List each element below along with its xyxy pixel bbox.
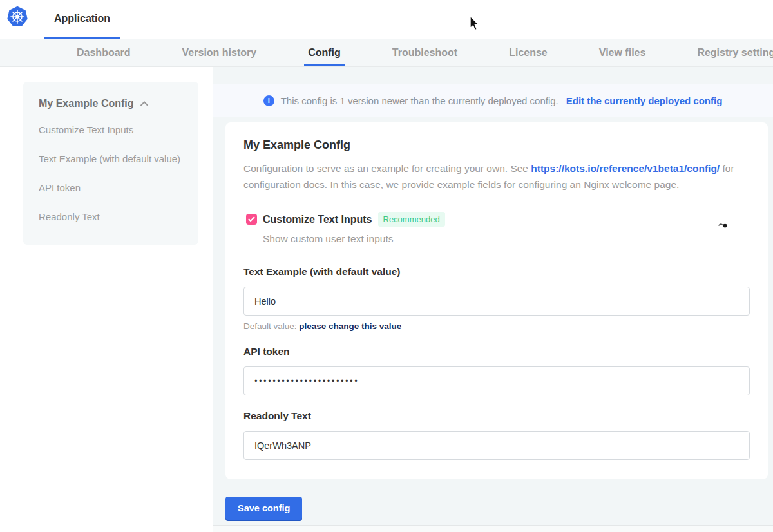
config-group-toggle[interactable]: My Example Config xyxy=(39,98,186,109)
text-example-label: Text Example (with default value) xyxy=(243,266,750,278)
config-nav-panel: My Example Config Customize Text Inputs … xyxy=(23,82,198,245)
readonly-text-label: Readonly Text xyxy=(243,410,750,422)
save-config-button[interactable]: Save config xyxy=(225,497,302,520)
api-token-input[interactable] xyxy=(243,366,750,395)
sidebar-item-readonly-text[interactable]: Readonly Text xyxy=(39,208,186,225)
tab-license[interactable]: License xyxy=(505,39,551,66)
tab-version-history[interactable]: Version history xyxy=(178,39,261,66)
info-icon: i xyxy=(263,95,274,106)
customize-text-inputs-row: Customize Text Inputs Recommended xyxy=(246,212,750,227)
content-bottom-strip xyxy=(213,525,773,532)
content-column: i This config is 1 version newer than th… xyxy=(213,67,773,532)
customize-text-inputs-label[interactable]: Customize Text Inputs xyxy=(263,214,372,225)
tab-config[interactable]: Config xyxy=(304,39,345,66)
customize-text-inputs-help: Show custom user text inputs xyxy=(263,233,750,245)
default-value-prefix: Default value: xyxy=(243,321,299,331)
config-title: My Example Config xyxy=(243,138,750,152)
config-card: My Example Config Configuration to serve… xyxy=(225,122,768,479)
banner-text: This config is 1 version newer than the … xyxy=(281,95,558,106)
config-description: Configuration to serve as an example for… xyxy=(243,160,750,193)
config-docs-link[interactable]: https://kots.io/reference/v1beta1/config… xyxy=(531,163,720,174)
tab-application[interactable]: Application xyxy=(44,0,120,39)
sidebar-item-customize-text-inputs[interactable]: Customize Text Inputs xyxy=(39,121,186,138)
description-text-before: Configuration to serve as an example for… xyxy=(243,163,531,174)
api-token-label: API token xyxy=(243,346,750,357)
kubernetes-logo-icon xyxy=(6,6,28,39)
secondary-nav: Dashboard Version history Config Trouble… xyxy=(0,39,773,67)
main-area: My Example Config Customize Text Inputs … xyxy=(0,67,773,532)
default-value-text: please change this value xyxy=(299,321,401,331)
config-nav-items: Customize Text Inputs Text Example (with… xyxy=(39,121,186,225)
sidebar-column: My Example Config Customize Text Inputs … xyxy=(0,67,213,532)
field-api-token: API token xyxy=(243,346,750,395)
text-example-helper: Default value: please change this value xyxy=(243,321,750,331)
config-group-label: My Example Config xyxy=(39,98,134,109)
tab-troubleshoot[interactable]: Troubleshoot xyxy=(388,39,461,66)
text-example-input[interactable] xyxy=(243,287,750,316)
tab-dashboard[interactable]: Dashboard xyxy=(73,39,135,66)
readonly-text-input[interactable] xyxy=(243,431,750,460)
sidebar-item-api-token[interactable]: API token xyxy=(39,179,186,196)
chevron-up-icon xyxy=(140,98,149,109)
field-readonly-text: Readonly Text xyxy=(243,410,750,460)
customize-text-inputs-checkbox[interactable] xyxy=(246,214,257,225)
version-info-banner: i This config is 1 version newer than th… xyxy=(213,84,773,117)
edit-deployed-config-link[interactable]: Edit the currently deployed config xyxy=(566,95,723,106)
field-text-example: Text Example (with default value) Defaul… xyxy=(243,266,750,331)
recommended-badge: Recommended xyxy=(378,212,445,227)
sidebar-item-text-example[interactable]: Text Example (with default value) xyxy=(39,150,186,167)
tab-registry-settings[interactable]: Registry settings xyxy=(693,39,773,66)
app-header: Application xyxy=(0,0,773,39)
tab-view-files[interactable]: View files xyxy=(595,39,650,66)
